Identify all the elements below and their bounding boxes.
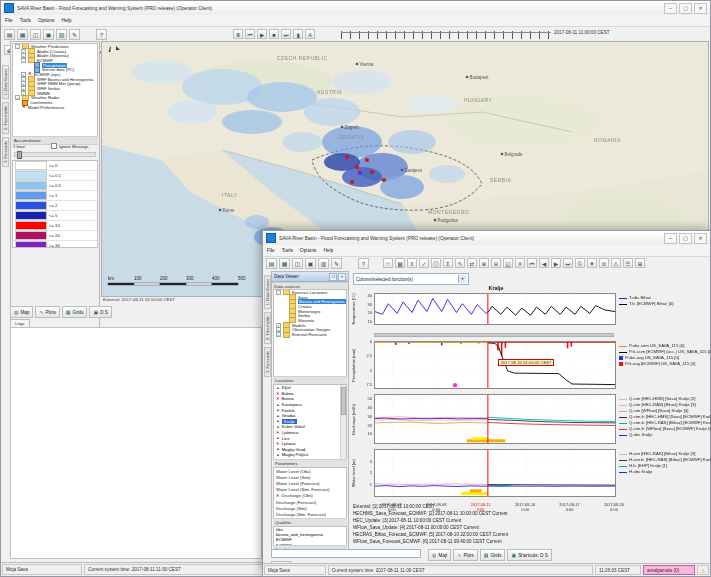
chart-panel[interactable]: Discharge [m3/s]1020304050Q.sim [HEC-HMS… <box>351 394 709 444</box>
data-viewer-icon[interactable]: ◫ <box>292 258 303 269</box>
thresholds-warning-icon[interactable]: ⚠ <box>611 258 621 268</box>
ignore-missings-control[interactable]: Ignore Missings <box>51 143 88 149</box>
checkbox-icon[interactable] <box>51 143 57 149</box>
menu-help[interactable]: Help <box>61 18 71 23</box>
import-workflow-icon[interactable]: ▤ <box>4 29 15 40</box>
menu-options[interactable]: Options <box>38 18 55 23</box>
chart-panel[interactable]: Water level [m]123H.sim [HEC-RAS] [Bihać… <box>351 449 709 497</box>
forecast-run-entry[interactable]: HEC_Update: [3] 2017-08-11 10:00:00 CEST… <box>353 517 709 524</box>
side-tab-dataviewer[interactable]: 1: Data Viewer <box>264 275 271 309</box>
shift-start-icon[interactable]: ⏮ <box>527 258 537 268</box>
shift-back-icon[interactable]: ◀ <box>539 258 549 268</box>
edit-tool-icon[interactable]: ✎ <box>331 258 342 269</box>
maximize-button[interactable]: ▢ <box>679 233 692 244</box>
search-input[interactable] <box>271 549 421 558</box>
play-icon[interactable]: ▶ <box>257 29 267 39</box>
locations-scrollbar[interactable] <box>340 385 346 459</box>
tree-item[interactable]: +External Forecasts <box>274 332 346 337</box>
stop-icon[interactable]: ■ <box>269 29 279 39</box>
help-button[interactable]: ? <box>96 29 107 40</box>
timestep-mode-icon[interactable]: ▮ <box>293 29 303 39</box>
system-monitor-icon[interactable]: ▥ <box>56 29 67 40</box>
chart-plot[interactable] <box>374 449 616 497</box>
first-timestep-icon[interactable]: ⏮ <box>245 29 255 39</box>
table-view-icon[interactable]: ▦ <box>395 258 405 268</box>
manual-forecast-icon[interactable]: ▣ <box>305 258 316 269</box>
opacity-slider[interactable] <box>14 152 96 157</box>
expander-icon[interactable]: - <box>21 58 26 63</box>
side-tab-forecasts[interactable]: 3: Forecasts <box>2 137 9 167</box>
swap-axes-icon[interactable]: ⇄ <box>467 258 477 268</box>
display-tab-map[interactable]: ◍Map <box>428 549 451 561</box>
forecast-run-entry[interactable]: WFlow_Sava_Forecast_ECMWF: [6] 2017-08-1… <box>353 538 709 545</box>
zoom-in-icon[interactable]: ⊕ <box>479 258 489 268</box>
validation-icon[interactable]: ✓ <box>419 258 429 268</box>
side-tab-forecasts[interactable]: 3: Forecasts <box>264 347 271 377</box>
forecast-run-entry[interactable]: HECRAS_Bihac_Forecast_ECMWF: [5] 2017-08… <box>353 531 709 538</box>
display-tab-plots[interactable]: ∿Plots <box>453 549 477 561</box>
import-workflow-icon[interactable]: ▤ <box>266 258 277 269</box>
manual-forecast-icon[interactable]: ▣ <box>43 29 54 40</box>
data-viewer-icon[interactable]: ◫ <box>30 29 41 40</box>
spatial-display-icon[interactable]: ▦ <box>279 258 290 269</box>
side-tab-thresholds[interactable]: 2: Thresholds <box>2 102 9 134</box>
system-monitor-icon[interactable]: ▥ <box>318 258 329 269</box>
forecast-run-entry[interactable]: WFlow_Sava_Update: [4] 2017-08-11 00:00:… <box>353 524 709 531</box>
zoom-box-icon[interactable]: ◱ <box>503 258 513 268</box>
zoom-out-icon[interactable]: ⊖ <box>491 258 501 268</box>
plot-function-dropdown[interactable]: Column/selected function(s)▾ <box>353 273 469 285</box>
shift-forward-icon[interactable]: ▶ <box>551 258 561 268</box>
menu-options[interactable]: Options <box>300 248 317 253</box>
display-tab-ds[interactable]: ▣D S <box>89 306 111 318</box>
float-icon[interactable]: ❐ <box>329 273 337 281</box>
pan-icon[interactable]: ✛ <box>515 258 525 268</box>
display-tab-map[interactable]: ◍Map <box>10 306 33 318</box>
scale-toggle-icon[interactable]: ⇕ <box>407 258 417 268</box>
display-settings-icon[interactable]: ☰ <box>623 258 633 268</box>
spatial-display-icon[interactable]: ▦ <box>17 29 28 40</box>
help-button[interactable]: ? <box>358 258 369 269</box>
menu-file[interactable]: File <box>5 18 13 23</box>
charts-area[interactable]: Temperature [°C]10203040T.obs BihaćT.fc … <box>351 293 709 515</box>
info-icon[interactable]: ⓘ <box>431 258 441 268</box>
opacity-slider-handle[interactable] <box>17 151 22 159</box>
clipboard-icon[interactable]: ⎘ <box>575 258 585 268</box>
location-item[interactable]: ▲Maglaj Poljice <box>274 452 346 458</box>
panel-header[interactable]: Data Viewer ❐✕ <box>272 272 348 282</box>
expander-icon[interactable]: + <box>15 95 20 100</box>
edit-tool-icon[interactable]: ✎ <box>69 29 80 40</box>
statistics-sum-icon[interactable]: Σ <box>443 258 453 268</box>
menu-tools[interactable]: Tools <box>20 18 31 23</box>
expander-icon[interactable]: + <box>276 332 281 337</box>
accumulation-period[interactable]: 1 hour <box>13 144 25 149</box>
minimize-button[interactable]: ─ <box>664 233 677 244</box>
log-panel[interactable] <box>10 327 262 559</box>
chart-panel[interactable]: Precipitation [mm]02.557.52017-08-10 01:… <box>351 341 709 389</box>
close-icon[interactable]: ✕ <box>338 273 346 281</box>
menu-help[interactable]: Help <box>323 248 333 253</box>
menu-file[interactable]: File <box>267 248 275 253</box>
forecast-run-entry[interactable]: HECHMS_Sava_Forecast_ECMWF: [2] 2017-08-… <box>353 510 709 517</box>
chart-panel[interactable]: Temperature [°C]10203040T.obs BihaćT.fc … <box>351 293 709 325</box>
profile-tool-icon[interactable]: A <box>305 29 315 39</box>
parameter-item[interactable]: Discharge (Sim. Forecast) <box>274 511 346 517</box>
chart-plot[interactable] <box>374 341 616 389</box>
expander-icon[interactable]: - <box>276 290 281 295</box>
status-amalgamate-badge[interactable]: amalgamate (0) <box>643 565 695 575</box>
chart-scroll-strip[interactable] <box>374 333 614 337</box>
expander-icon[interactable]: - <box>15 44 20 49</box>
back-titlebar[interactable]: SAVA River Basin - Flood Forecasting and… <box>1 1 710 16</box>
filter-icon[interactable]: ▼ <box>587 258 597 268</box>
chart-plot[interactable] <box>374 293 616 325</box>
shift-end-icon[interactable]: ⏭ <box>563 258 573 268</box>
chart-plot[interactable] <box>374 394 616 444</box>
tree-item[interactable]: ✕Model Performance <box>13 105 97 110</box>
side-tab-dataviewer[interactable]: 1: Data Viewer <box>2 65 9 99</box>
close-button[interactable]: ✕ <box>694 233 707 244</box>
edit-series-icon[interactable]: ✎ <box>455 258 465 268</box>
display-tab-shortcutsds[interactable]: ▣Shortcuts: D S <box>507 549 551 561</box>
last-timestep-icon[interactable]: ⏭ <box>281 29 291 39</box>
display-tab-grids[interactable]: ▦Grids <box>62 306 88 318</box>
favorites-icon[interactable]: ☆ <box>383 258 393 268</box>
display-tab-grids[interactable]: ▦Grids <box>480 549 506 561</box>
